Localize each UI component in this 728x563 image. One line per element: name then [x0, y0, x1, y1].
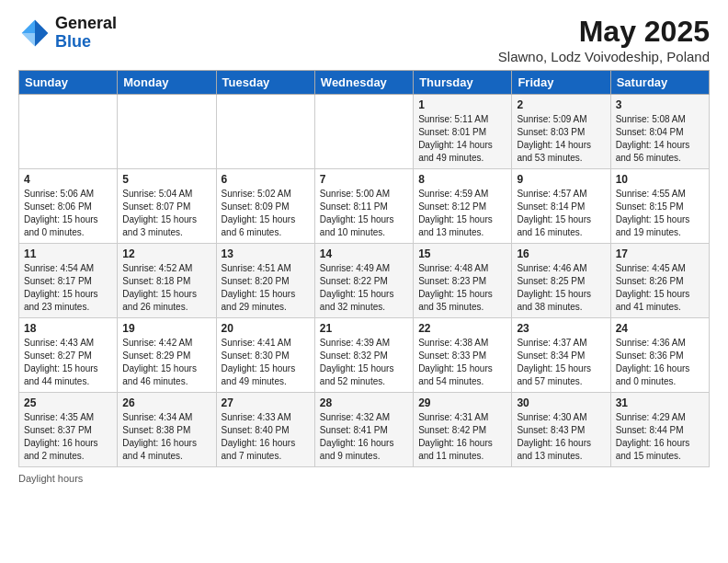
day-number: 7	[320, 173, 408, 186]
day-info: Sunrise: 4:38 AM Sunset: 8:33 PM Dayligh…	[418, 337, 506, 388]
calendar-cell: 25Sunrise: 4:35 AM Sunset: 8:37 PM Dayli…	[19, 393, 118, 467]
day-number: 23	[517, 322, 605, 335]
subtitle: Slawno, Lodz Voivodeship, Poland	[498, 49, 710, 64]
calendar-cell: 8Sunrise: 4:59 AM Sunset: 8:12 PM Daylig…	[414, 169, 512, 244]
calendar-header-monday: Monday	[118, 71, 216, 95]
logo-icon	[18, 17, 51, 50]
calendar-header-saturday: Saturday	[610, 71, 709, 95]
day-info: Sunrise: 4:54 AM Sunset: 8:17 PM Dayligh…	[24, 262, 112, 314]
day-number: 1	[418, 98, 506, 111]
day-info: Sunrise: 4:51 AM Sunset: 8:20 PM Dayligh…	[222, 262, 310, 314]
calendar-cell: 1Sunrise: 5:11 AM Sunset: 8:01 PM Daylig…	[414, 95, 512, 169]
day-number: 12	[122, 247, 210, 260]
calendar-cell: 17Sunrise: 4:45 AM Sunset: 8:26 PM Dayli…	[610, 244, 709, 318]
calendar-cell: 24Sunrise: 4:36 AM Sunset: 8:36 PM Dayli…	[610, 318, 709, 393]
day-info: Sunrise: 4:33 AM Sunset: 8:40 PM Dayligh…	[222, 411, 310, 463]
day-info: Sunrise: 5:09 AM Sunset: 8:03 PM Dayligh…	[517, 113, 605, 165]
day-info: Sunrise: 4:43 AM Sunset: 8:27 PM Dayligh…	[24, 337, 112, 388]
day-info: Sunrise: 4:41 AM Sunset: 8:30 PM Dayligh…	[222, 337, 310, 388]
day-number: 8	[418, 173, 506, 186]
calendar-cell: 10Sunrise: 4:55 AM Sunset: 8:15 PM Dayli…	[610, 169, 709, 244]
day-info: Sunrise: 4:30 AM Sunset: 8:43 PM Dayligh…	[517, 411, 605, 463]
day-number: 13	[222, 247, 310, 260]
day-info: Sunrise: 5:11 AM Sunset: 8:01 PM Dayligh…	[418, 113, 506, 165]
day-info: Sunrise: 4:31 AM Sunset: 8:42 PM Dayligh…	[418, 411, 506, 463]
calendar-cell: 31Sunrise: 4:29 AM Sunset: 8:44 PM Dayli…	[610, 393, 709, 467]
day-number: 10	[616, 173, 704, 186]
day-number: 30	[517, 396, 605, 409]
day-number: 28	[320, 396, 408, 409]
logo-blue-text: Blue	[55, 32, 91, 51]
day-info: Sunrise: 4:46 AM Sunset: 8:25 PM Dayligh…	[517, 262, 605, 314]
day-number: 20	[222, 322, 310, 335]
day-info: Sunrise: 4:57 AM Sunset: 8:14 PM Dayligh…	[517, 188, 605, 239]
calendar-week-2: 4Sunrise: 5:06 AM Sunset: 8:06 PM Daylig…	[19, 169, 710, 244]
day-number: 31	[616, 396, 704, 409]
calendar-cell: 29Sunrise: 4:31 AM Sunset: 8:42 PM Dayli…	[414, 393, 512, 467]
calendar-week-5: 25Sunrise: 4:35 AM Sunset: 8:37 PM Dayli…	[19, 393, 710, 467]
day-info: Sunrise: 4:42 AM Sunset: 8:29 PM Dayligh…	[122, 337, 210, 388]
logo-text: General Blue	[55, 15, 117, 52]
day-number: 24	[616, 322, 704, 335]
svg-marker-1	[22, 19, 35, 32]
day-number: 29	[418, 396, 506, 409]
day-info: Sunrise: 4:29 AM Sunset: 8:44 PM Dayligh…	[616, 411, 704, 463]
calendar-cell	[118, 95, 216, 169]
calendar-header-wednesday: Wednesday	[314, 71, 413, 95]
calendar-cell: 30Sunrise: 4:30 AM Sunset: 8:43 PM Dayli…	[512, 393, 610, 467]
day-info: Sunrise: 5:06 AM Sunset: 8:06 PM Dayligh…	[24, 188, 112, 239]
day-info: Sunrise: 4:35 AM Sunset: 8:37 PM Dayligh…	[24, 411, 112, 463]
day-info: Sunrise: 5:02 AM Sunset: 8:09 PM Dayligh…	[222, 188, 310, 239]
calendar-cell	[19, 95, 118, 169]
day-number: 14	[320, 247, 408, 260]
calendar-header-sunday: Sunday	[19, 71, 118, 95]
calendar-cell	[314, 95, 413, 169]
calendar-cell: 26Sunrise: 4:34 AM Sunset: 8:38 PM Dayli…	[118, 393, 216, 467]
calendar-cell: 16Sunrise: 4:46 AM Sunset: 8:25 PM Dayli…	[512, 244, 610, 318]
logo-general-text: General	[55, 14, 117, 32]
calendar-header-thursday: Thursday	[414, 71, 512, 95]
main-title: May 2025	[498, 15, 710, 49]
calendar-cell: 7Sunrise: 5:00 AM Sunset: 8:11 PM Daylig…	[314, 169, 413, 244]
day-number: 3	[616, 98, 704, 111]
day-info: Sunrise: 4:48 AM Sunset: 8:23 PM Dayligh…	[418, 262, 506, 314]
day-info: Sunrise: 4:49 AM Sunset: 8:22 PM Dayligh…	[320, 262, 408, 314]
page-header: General Blue May 2025 Slawno, Lodz Voivo…	[18, 15, 710, 64]
day-number: 5	[122, 173, 210, 186]
calendar-week-3: 11Sunrise: 4:54 AM Sunset: 8:17 PM Dayli…	[19, 244, 710, 318]
day-info: Sunrise: 4:37 AM Sunset: 8:34 PM Dayligh…	[517, 337, 605, 388]
day-info: Sunrise: 4:36 AM Sunset: 8:36 PM Dayligh…	[616, 337, 704, 388]
calendar-week-1: 1Sunrise: 5:11 AM Sunset: 8:01 PM Daylig…	[19, 95, 710, 169]
footer-note: Daylight hours	[18, 473, 710, 484]
day-number: 6	[222, 173, 310, 186]
day-number: 4	[24, 173, 112, 186]
calendar-header-friday: Friday	[512, 71, 610, 95]
day-info: Sunrise: 4:34 AM Sunset: 8:38 PM Dayligh…	[122, 411, 210, 463]
day-number: 17	[616, 247, 704, 260]
calendar-cell: 19Sunrise: 4:42 AM Sunset: 8:29 PM Dayli…	[118, 318, 216, 393]
calendar-cell: 18Sunrise: 4:43 AM Sunset: 8:27 PM Dayli…	[19, 318, 118, 393]
day-number: 27	[222, 396, 310, 409]
day-number: 19	[122, 322, 210, 335]
calendar-cell: 4Sunrise: 5:06 AM Sunset: 8:06 PM Daylig…	[19, 169, 118, 244]
calendar-cell: 9Sunrise: 4:57 AM Sunset: 8:14 PM Daylig…	[512, 169, 610, 244]
calendar-cell: 27Sunrise: 4:33 AM Sunset: 8:40 PM Dayli…	[216, 393, 314, 467]
title-block: May 2025 Slawno, Lodz Voivodeship, Polan…	[498, 15, 710, 64]
calendar-cell: 22Sunrise: 4:38 AM Sunset: 8:33 PM Dayli…	[414, 318, 512, 393]
day-info: Sunrise: 4:32 AM Sunset: 8:41 PM Dayligh…	[320, 411, 408, 463]
day-number: 11	[24, 247, 112, 260]
day-info: Sunrise: 4:55 AM Sunset: 8:15 PM Dayligh…	[616, 188, 704, 239]
svg-marker-3	[35, 33, 48, 46]
day-info: Sunrise: 4:52 AM Sunset: 8:18 PM Dayligh…	[122, 262, 210, 314]
calendar-week-4: 18Sunrise: 4:43 AM Sunset: 8:27 PM Dayli…	[19, 318, 710, 393]
calendar-cell: 14Sunrise: 4:49 AM Sunset: 8:22 PM Dayli…	[314, 244, 413, 318]
calendar-cell: 5Sunrise: 5:04 AM Sunset: 8:07 PM Daylig…	[118, 169, 216, 244]
calendar-cell: 21Sunrise: 4:39 AM Sunset: 8:32 PM Dayli…	[314, 318, 413, 393]
day-number: 18	[24, 322, 112, 335]
svg-marker-0	[35, 19, 48, 32]
calendar-cell: 6Sunrise: 5:02 AM Sunset: 8:09 PM Daylig…	[216, 169, 314, 244]
day-info: Sunrise: 4:59 AM Sunset: 8:12 PM Dayligh…	[418, 188, 506, 239]
calendar-cell: 2Sunrise: 5:09 AM Sunset: 8:03 PM Daylig…	[512, 95, 610, 169]
calendar-cell: 3Sunrise: 5:08 AM Sunset: 8:04 PM Daylig…	[610, 95, 709, 169]
calendar-header-row: SundayMondayTuesdayWednesdayThursdayFrid…	[19, 71, 710, 95]
